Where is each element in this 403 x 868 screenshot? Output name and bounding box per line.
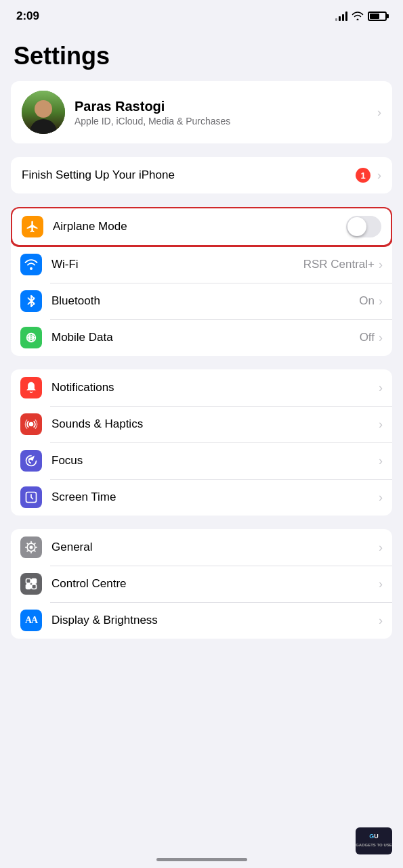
wifi-status-icon bbox=[352, 11, 364, 22]
mobile-data-value: Off bbox=[360, 331, 375, 344]
profile-chevron-icon: › bbox=[377, 106, 381, 120]
battery-icon bbox=[368, 12, 387, 21]
home-indicator bbox=[156, 858, 247, 861]
airplane-mode-highlight: Airplane Mode bbox=[12, 208, 391, 245]
airplane-mode-row[interactable]: Airplane Mode bbox=[12, 208, 391, 245]
wifi-icon bbox=[20, 254, 42, 275]
svg-rect-7 bbox=[32, 579, 37, 584]
mobile-data-chevron-icon: › bbox=[379, 331, 383, 345]
signal-icon bbox=[335, 12, 347, 21]
finish-setup-label: Finish Setting Up Your iPhone bbox=[22, 168, 356, 182]
status-bar: 2:09 bbox=[0, 0, 403, 28]
system-group: General › Control Centre › AA Display & … bbox=[11, 529, 392, 639]
svg-rect-8 bbox=[26, 585, 31, 589]
focus-chevron-icon: › bbox=[379, 454, 383, 468]
notifications-row[interactable]: Notifications › bbox=[11, 369, 392, 406]
airplane-mode-toggle[interactable] bbox=[346, 216, 381, 237]
sounds-row[interactable]: Sounds & Haptics › bbox=[11, 406, 392, 442]
connectivity-group: Airplane Mode Wi-Fi RSR Central+ › Bluet… bbox=[11, 207, 392, 356]
mobile-data-label: Mobile Data bbox=[51, 331, 360, 344]
bluetooth-value: On bbox=[359, 294, 375, 308]
mobile-data-row[interactable]: Mobile Data Off › bbox=[11, 319, 392, 356]
svg-rect-6 bbox=[26, 579, 31, 584]
bluetooth-chevron-icon: › bbox=[379, 294, 383, 309]
watermark: GU GADGETS TO USE bbox=[356, 827, 392, 854]
airplane-mode-label: Airplane Mode bbox=[53, 220, 346, 233]
bluetooth-row[interactable]: Bluetooth On › bbox=[11, 283, 392, 319]
display-brightness-row[interactable]: AA Display & Brightness › bbox=[11, 602, 392, 639]
wifi-row[interactable]: Wi-Fi RSR Central+ › bbox=[11, 246, 392, 283]
finish-setup-badge: 1 bbox=[356, 168, 370, 183]
svg-rect-9 bbox=[32, 585, 37, 589]
status-time: 2:09 bbox=[16, 9, 39, 23]
bluetooth-icon bbox=[20, 290, 42, 312]
wifi-chevron-icon: › bbox=[379, 258, 383, 272]
focus-icon bbox=[20, 450, 42, 472]
wifi-label: Wi-Fi bbox=[51, 258, 303, 271]
sounds-label: Sounds & Haptics bbox=[51, 417, 379, 431]
control-centre-icon bbox=[20, 573, 42, 595]
display-brightness-icon: AA bbox=[20, 610, 42, 631]
profile-subtitle: Apple ID, iCloud, Media & Purchases bbox=[75, 116, 368, 127]
control-centre-label: Control Centre bbox=[51, 577, 379, 591]
bluetooth-label: Bluetooth bbox=[51, 294, 359, 308]
airplane-mode-icon bbox=[22, 216, 43, 237]
general-label: General bbox=[51, 541, 379, 554]
svg-point-4 bbox=[30, 546, 33, 549]
finish-setup-card[interactable]: Finish Setting Up Your iPhone 1 › bbox=[11, 157, 392, 193]
sounds-icon bbox=[20, 413, 42, 435]
screen-time-chevron-icon: › bbox=[379, 490, 383, 505]
focus-row[interactable]: Focus › bbox=[11, 442, 392, 479]
screen-time-label: Screen Time bbox=[51, 490, 379, 504]
wifi-value: RSR Central+ bbox=[303, 258, 375, 271]
notifications-chevron-icon: › bbox=[379, 381, 383, 395]
general-icon bbox=[20, 536, 42, 558]
svg-point-2 bbox=[29, 422, 34, 427]
sounds-chevron-icon: › bbox=[379, 417, 383, 432]
focus-label: Focus bbox=[51, 454, 379, 467]
mobile-data-icon bbox=[20, 327, 42, 348]
screen-time-icon bbox=[20, 486, 42, 508]
notifications-icon bbox=[20, 377, 42, 398]
general-row[interactable]: General › bbox=[11, 529, 392, 566]
status-icons bbox=[335, 11, 387, 22]
control-centre-row[interactable]: Control Centre › bbox=[11, 566, 392, 602]
finish-setup-chevron-icon: › bbox=[377, 168, 381, 183]
profile-name: Paras Rastogi bbox=[75, 99, 368, 114]
display-brightness-chevron-icon: › bbox=[379, 614, 383, 628]
general-chevron-icon: › bbox=[379, 541, 383, 555]
display-brightness-label: Display & Brightness bbox=[51, 614, 379, 627]
notifications-label: Notifications bbox=[51, 381, 379, 394]
avatar bbox=[22, 91, 65, 134]
screen-time-row[interactable]: Screen Time › bbox=[11, 479, 392, 516]
page-title: Settings bbox=[0, 28, 403, 81]
control-centre-chevron-icon: › bbox=[379, 577, 383, 591]
personal-group: Notifications › Sounds & Haptics › Focus… bbox=[11, 369, 392, 516]
profile-card[interactable]: Paras Rastogi Apple ID, iCloud, Media & … bbox=[11, 81, 392, 143]
